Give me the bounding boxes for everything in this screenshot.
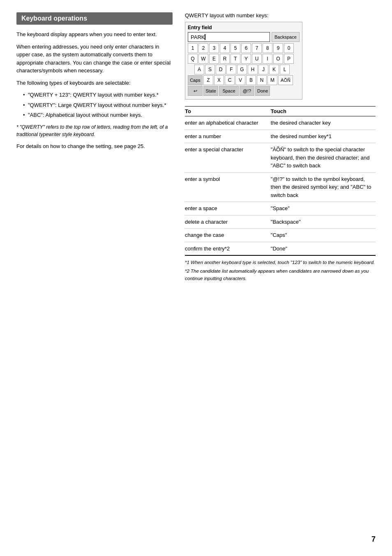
table-row: change the case"Caps" xyxy=(185,229,376,242)
entry-row: PARK Backspace xyxy=(188,32,300,42)
table-cell-touch: the desired number key*1 xyxy=(271,130,376,143)
key-U[interactable]: U xyxy=(252,54,262,64)
footnotes: *1 When another keyboard type is selecte… xyxy=(185,259,376,282)
key-V[interactable]: V xyxy=(235,75,245,85)
key-5[interactable]: 5 xyxy=(231,43,240,53)
done-button[interactable]: Done xyxy=(255,86,270,96)
left-column: Keyboard operations The keyboard display… xyxy=(16,12,173,284)
details-text: For details on how to change the setting… xyxy=(16,142,173,151)
key-2[interactable]: 2 xyxy=(198,43,208,53)
table-header-touch: Touch xyxy=(271,107,376,116)
number-row: 1 2 3 4 5 6 7 8 9 0 xyxy=(188,43,300,53)
list-item: "ABC": Alphabetical layout without numbe… xyxy=(23,111,173,119)
table-row: enter a special character"ÀÕÑ" to switch… xyxy=(185,143,376,173)
key-H[interactable]: H xyxy=(248,65,258,74)
key-W[interactable]: W xyxy=(198,54,208,64)
table-cell-touch: "ÀÕÑ" to switch to the special character… xyxy=(271,143,376,173)
bottom-row: ↩ State Space @!? Done xyxy=(188,86,300,96)
key-6[interactable]: 6 xyxy=(241,43,251,53)
entry-value: PARK xyxy=(191,34,205,40)
table-cell-touch: "Done" xyxy=(271,242,376,255)
zxcv-row: Caps Z X C V B N M ÀÕÑ xyxy=(188,75,300,85)
intro-text-1: The keyboard display appears when you ne… xyxy=(16,30,173,39)
key-K[interactable]: K xyxy=(269,65,279,74)
table-row: enter a symbol"@!?" to switch to the sym… xyxy=(185,172,376,202)
key-C[interactable]: C xyxy=(225,75,235,85)
table-cell-to: enter a space xyxy=(185,202,271,215)
table-cell-touch: "Caps" xyxy=(271,229,376,242)
key-J[interactable]: J xyxy=(258,65,268,74)
key-S[interactable]: S xyxy=(205,65,215,74)
qwerty-label: QWERTY layout with number keys: xyxy=(185,12,376,19)
table-row: enter an alphabetical characterthe desir… xyxy=(185,116,376,130)
table-cell-to: delete a character xyxy=(185,215,271,229)
key-E[interactable]: E xyxy=(209,54,219,64)
section-header: Keyboard operations xyxy=(16,12,173,25)
table-cell-to: enter a symbol xyxy=(185,172,271,202)
key-R[interactable]: R xyxy=(220,54,230,64)
intro-text-3: The following types of keyboards are sel… xyxy=(16,79,173,87)
key-Y[interactable]: Y xyxy=(241,54,251,64)
table-header-to: To xyxy=(185,107,271,116)
key-3[interactable]: 3 xyxy=(209,43,219,53)
symbol-button[interactable]: @!? xyxy=(240,86,254,96)
table-cell-to: enter a number xyxy=(185,130,271,143)
cursor xyxy=(205,34,205,40)
list-item: "QWERTY": Large QWERTY layout without nu… xyxy=(23,101,173,109)
table-cell-to: confirm the entry*2 xyxy=(185,242,271,255)
section-title: Keyboard operations xyxy=(21,15,87,22)
table-cell-touch: "Space" xyxy=(271,202,376,215)
back-button[interactable]: ↩ xyxy=(188,86,203,96)
key-B[interactable]: B xyxy=(246,75,256,85)
table-cell-touch: the desired character key xyxy=(271,116,376,130)
state-button[interactable]: State xyxy=(203,86,218,96)
key-M[interactable]: M xyxy=(267,75,277,85)
key-I[interactable]: I xyxy=(263,54,272,64)
key-1[interactable]: 1 xyxy=(188,43,198,53)
keyboard-types-list: "QWERTY + 123": QWERTY layout with numbe… xyxy=(23,91,173,119)
asdf-row: A S D F G H J K L xyxy=(188,65,300,74)
footnote-star: * "QWERTY" refers to the top row of lett… xyxy=(16,123,173,138)
table-row: confirm the entry*2"Done" xyxy=(185,242,376,255)
key-D[interactable]: D xyxy=(216,65,226,74)
special-char-button[interactable]: ÀÕÑ xyxy=(278,75,293,85)
backspace-button[interactable]: Backspace xyxy=(272,32,300,42)
key-O[interactable]: O xyxy=(273,54,283,64)
intro-text-2: When entering addresses, you need only e… xyxy=(16,43,173,75)
key-0[interactable]: 0 xyxy=(284,43,294,53)
table-cell-touch: "Backspace" xyxy=(271,215,376,229)
caps-button[interactable]: Caps xyxy=(188,75,203,85)
table-row: enter a numberthe desired number key*1 xyxy=(185,130,376,143)
key-7[interactable]: 7 xyxy=(252,43,262,53)
entry-box[interactable]: PARK xyxy=(188,32,270,42)
keyboard-diagram: Entry field PARK Backspace 1 2 3 4 5 6 7… xyxy=(185,22,302,100)
table-row: enter a space"Space" xyxy=(185,202,376,215)
key-X[interactable]: X xyxy=(214,75,224,85)
table-cell-to: change the case xyxy=(185,229,271,242)
space-button[interactable]: Space xyxy=(219,86,239,96)
key-F[interactable]: F xyxy=(226,65,236,74)
table-cell-touch: "@!?" to switch to the symbol keyboard, … xyxy=(271,172,376,202)
key-G[interactable]: G xyxy=(237,65,247,74)
table-cell-to: enter a special character xyxy=(185,143,271,173)
table-row: delete a character"Backspace" xyxy=(185,215,376,229)
key-N[interactable]: N xyxy=(257,75,267,85)
key-Q[interactable]: Q xyxy=(188,54,198,64)
footnote-1: *1 When another keyboard type is selecte… xyxy=(185,259,376,266)
table-cell-to: enter an alphabetical character xyxy=(185,116,271,130)
key-A[interactable]: A xyxy=(194,65,204,74)
info-table: To Touch enter an alphabetical character… xyxy=(185,106,376,256)
key-Z[interactable]: Z xyxy=(203,75,213,85)
right-column: QWERTY layout with number keys: Entry fi… xyxy=(185,12,376,284)
footnote-2: *2 The candidate list automatically appe… xyxy=(185,268,376,282)
key-L[interactable]: L xyxy=(280,65,290,74)
key-9[interactable]: 9 xyxy=(273,43,283,53)
key-4[interactable]: 4 xyxy=(220,43,230,53)
page-number: 7 xyxy=(371,535,376,544)
entry-field-label: Entry field xyxy=(188,25,300,30)
list-item: "QWERTY + 123": QWERTY layout with numbe… xyxy=(23,91,173,99)
qwerty-row: Q W E R T Y U I O P xyxy=(188,54,300,64)
key-P[interactable]: P xyxy=(284,54,294,64)
key-8[interactable]: 8 xyxy=(263,43,272,53)
key-T[interactable]: T xyxy=(231,54,240,64)
